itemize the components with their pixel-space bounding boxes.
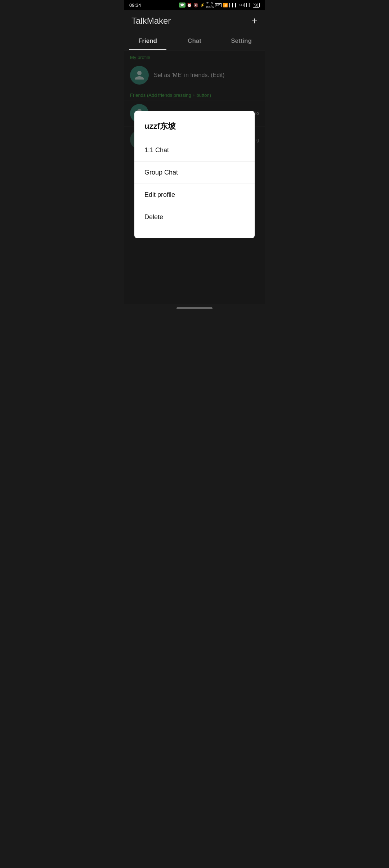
bluetooth-icon: ⚡ <box>200 3 205 8</box>
tabs-bar: Friend Chat Setting <box>124 32 265 50</box>
speed-label: 21.0KB/S <box>206 1 214 9</box>
context-menu-modal: uzzf东坡 1:1 Chat Group Chat Edit profile … <box>134 111 255 238</box>
modal-item-group-chat[interactable]: Group Chat <box>144 162 245 184</box>
wifi-icon: 📶 <box>223 3 228 8</box>
battery-icon: 98 <box>253 3 260 8</box>
status-bar: 09:34 💬 ⏰ 🔇 ⚡ 21.0KB/S HD 📶 ▎▎▎ 5G▎▎▎ 98 <box>124 0 265 10</box>
app-header: TalkMaker + <box>124 10 265 32</box>
home-indicator <box>176 307 213 309</box>
chat-status-icon: 💬 <box>179 3 185 8</box>
status-icons: 💬 ⏰ 🔇 ⚡ 21.0KB/S HD 📶 ▎▎▎ 5G▎▎▎ 98 <box>179 1 260 9</box>
bottom-bar <box>124 304 265 312</box>
modal-item-one-on-one-chat[interactable]: 1:1 Chat <box>144 139 245 161</box>
modal-user-name: uzzf东坡 <box>144 121 245 132</box>
app-title: TalkMaker <box>131 16 171 26</box>
chat-notification-icon: 💬 <box>179 3 185 8</box>
main-area: My profile Set as 'ME' in friends. (Edit… <box>124 50 265 304</box>
modal-item-delete[interactable]: Delete <box>144 206 245 228</box>
tab-setting[interactable]: Setting <box>218 32 265 50</box>
modal-item-edit-profile[interactable]: Edit profile <box>144 184 245 206</box>
tab-friend[interactable]: Friend <box>124 32 171 50</box>
add-button[interactable]: + <box>252 15 258 27</box>
status-time: 09:34 <box>129 3 141 8</box>
alarm-icon: ⏰ <box>187 3 192 8</box>
5g-signal-icon: 5G▎▎▎ <box>240 3 251 7</box>
tab-chat[interactable]: Chat <box>171 32 218 50</box>
mute-icon: 🔇 <box>193 3 198 8</box>
signal-icon: ▎▎▎ <box>229 3 238 7</box>
hd-badge: HD <box>215 3 222 7</box>
